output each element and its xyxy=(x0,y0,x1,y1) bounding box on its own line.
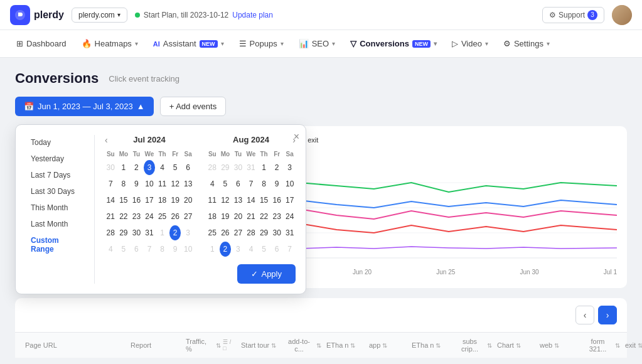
nav-item-heatmaps[interactable]: 🔥 Heatmaps ▾ xyxy=(75,35,144,52)
cal-day[interactable]: 16 xyxy=(271,193,283,208)
cal-day-selected[interactable]: 2 xyxy=(220,242,232,257)
cal-day[interactable]: 17 xyxy=(284,193,296,208)
cal-day[interactable]: 18 xyxy=(156,193,168,208)
cal-day[interactable]: 27 xyxy=(182,209,194,224)
cal-day[interactable]: 9 xyxy=(271,176,283,191)
cal-day[interactable]: 11 xyxy=(156,176,168,191)
cal-day[interactable]: 2 xyxy=(131,160,142,175)
cal-day[interactable]: 21 xyxy=(105,209,117,224)
cal-day[interactable]: 9 xyxy=(169,242,181,257)
preset-today[interactable]: Today xyxy=(26,135,84,150)
cal-day[interactable]: 8 xyxy=(258,176,270,191)
cal-day[interactable]: 7 xyxy=(105,176,117,191)
next-month-button[interactable]: › xyxy=(292,135,296,145)
nav-item-assistant[interactable]: AI Assistant NEW ▾ xyxy=(147,35,230,52)
preset-last-month[interactable]: Last Month xyxy=(26,217,84,232)
cal-day[interactable]: 28 xyxy=(105,225,117,240)
cal-day[interactable]: 29 xyxy=(258,225,270,240)
avatar[interactable] xyxy=(612,5,632,25)
preset-last7[interactable]: Last 7 Days xyxy=(26,168,84,183)
cal-day[interactable]: 30 xyxy=(232,160,244,175)
cal-day[interactable]: 22 xyxy=(118,209,130,224)
cal-day[interactable]: 4 xyxy=(105,242,117,257)
preset-last30[interactable]: Last 30 Days xyxy=(26,184,84,199)
cal-day[interactable]: 28 xyxy=(245,225,257,240)
cal-day[interactable]: 26 xyxy=(220,225,232,240)
cal-day[interactable]: 31 xyxy=(245,160,257,175)
cal-day-selected[interactable]: 3 xyxy=(144,160,156,175)
cal-day[interactable]: 22 xyxy=(258,209,270,224)
cal-day[interactable]: 18 xyxy=(206,209,218,224)
cal-day[interactable]: 3 xyxy=(182,225,194,240)
cal-day[interactable]: 10 xyxy=(182,242,194,257)
cal-day[interactable]: 5 xyxy=(258,242,270,257)
cal-day[interactable]: 1 xyxy=(206,242,218,257)
prev-month-button[interactable]: ‹ xyxy=(105,135,108,145)
cal-day[interactable]: 31 xyxy=(144,225,156,240)
cal-day[interactable]: 4 xyxy=(245,242,257,257)
cal-day[interactable]: 24 xyxy=(284,209,296,224)
cal-day[interactable]: 28 xyxy=(206,160,218,175)
add-events-button[interactable]: + Add events xyxy=(160,97,227,116)
cal-day[interactable]: 13 xyxy=(182,176,194,191)
nav-item-video[interactable]: ▷ Video ▾ xyxy=(446,35,495,52)
nav-item-dashboard[interactable]: ⊞ Dashboard xyxy=(10,35,73,52)
cal-day[interactable]: 30 xyxy=(105,160,117,175)
cal-day[interactable]: 7 xyxy=(284,242,296,257)
cal-day[interactable]: 25 xyxy=(206,225,218,240)
cal-day[interactable]: 25 xyxy=(156,209,168,224)
cal-day[interactable]: 29 xyxy=(220,160,232,175)
update-plan-link[interactable]: Update plan xyxy=(232,11,273,19)
nav-item-seo[interactable]: 📊 SEO ▾ xyxy=(292,35,341,52)
cal-day[interactable]: 6 xyxy=(182,160,194,175)
cal-day[interactable]: 6 xyxy=(232,176,244,191)
cal-day[interactable]: 1 xyxy=(118,160,130,175)
preset-yesterday[interactable]: Yesterday xyxy=(26,151,84,166)
cal-day[interactable]: 15 xyxy=(258,193,270,208)
cal-day[interactable]: 24 xyxy=(144,209,156,224)
nav-item-settings[interactable]: ⚙ Settings ▾ xyxy=(497,35,556,52)
cal-day[interactable]: 19 xyxy=(169,193,181,208)
preset-this-month[interactable]: This Month xyxy=(26,200,84,215)
support-button[interactable]: ⚙ Support 3 xyxy=(542,7,604,23)
cal-day[interactable]: 20 xyxy=(232,209,244,224)
domain-selector[interactable]: plerdy.com ▾ xyxy=(72,8,127,23)
cal-day[interactable]: 4 xyxy=(156,160,168,175)
cal-day[interactable]: 31 xyxy=(284,225,296,240)
cal-day[interactable]: 14 xyxy=(245,193,257,208)
cal-day[interactable]: 7 xyxy=(245,176,257,191)
cal-day[interactable]: 7 xyxy=(144,242,156,257)
cal-day[interactable]: 16 xyxy=(131,193,142,208)
cal-day[interactable]: 10 xyxy=(284,176,296,191)
cal-day[interactable]: 8 xyxy=(156,242,168,257)
cal-day[interactable]: 5 xyxy=(169,160,181,175)
cal-day[interactable]: 12 xyxy=(220,193,232,208)
apply-button[interactable]: ✓ Apply xyxy=(237,264,296,284)
nav-item-conversions[interactable]: ▽ Conversions NEW ▾ xyxy=(344,35,443,52)
cal-day[interactable]: 19 xyxy=(220,209,232,224)
cal-day[interactable]: 6 xyxy=(131,242,142,257)
preset-custom[interactable]: Custom Range xyxy=(26,233,84,257)
cal-day[interactable]: 2 xyxy=(169,225,181,240)
cal-day[interactable]: 21 xyxy=(245,209,257,224)
cal-day[interactable]: 23 xyxy=(131,209,142,224)
cal-day[interactable]: 30 xyxy=(131,225,142,240)
cal-day[interactable]: 5 xyxy=(220,176,232,191)
cal-day[interactable]: 1 xyxy=(258,160,270,175)
cal-day[interactable]: 9 xyxy=(131,176,142,191)
table-prev-button[interactable]: ‹ xyxy=(575,306,594,324)
cal-day[interactable]: 3 xyxy=(232,242,244,257)
cal-day[interactable]: 2 xyxy=(271,160,283,175)
cal-day[interactable]: 13 xyxy=(232,193,244,208)
cal-day[interactable]: 26 xyxy=(169,209,181,224)
cal-day[interactable]: 3 xyxy=(284,160,296,175)
cal-day[interactable]: 8 xyxy=(118,176,130,191)
cal-day[interactable]: 11 xyxy=(206,193,218,208)
cal-day[interactable]: 1 xyxy=(156,225,168,240)
cal-day[interactable]: 5 xyxy=(118,242,130,257)
cal-day[interactable]: 30 xyxy=(271,225,283,240)
nav-item-popups[interactable]: ☰ Popups ▾ xyxy=(233,35,290,52)
cal-day[interactable]: 4 xyxy=(206,176,218,191)
cal-day[interactable]: 12 xyxy=(169,176,181,191)
cal-day[interactable]: 27 xyxy=(232,225,244,240)
